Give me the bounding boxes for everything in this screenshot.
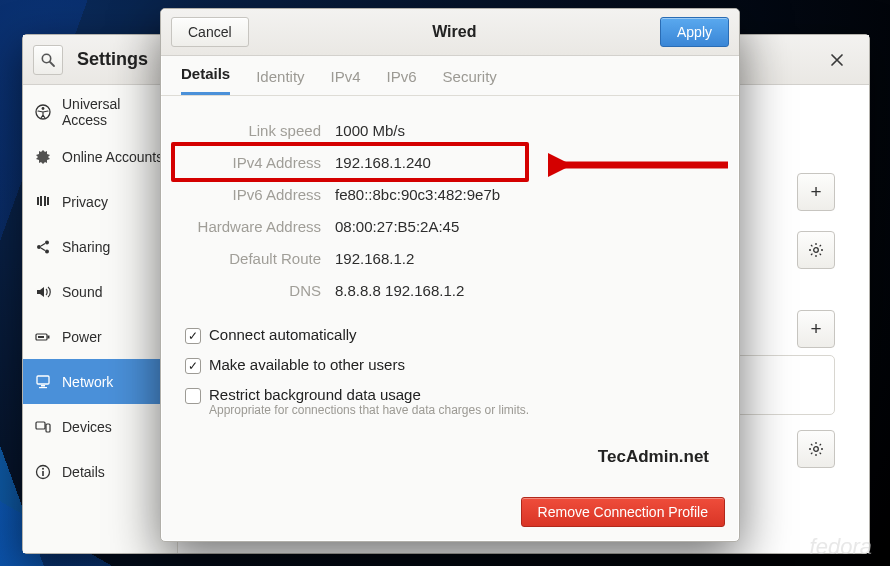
apply-button[interactable]: Apply (660, 17, 729, 47)
value-hardware-address: 08:00:27:B5:2A:45 (335, 218, 459, 235)
value-dns: 8.8.8.8 192.168.1.2 (335, 282, 464, 299)
label-dns: DNS (185, 282, 335, 299)
close-icon (829, 52, 845, 68)
row-hardware-address: Hardware Address 08:00:27:B5:2A:45 (185, 210, 715, 242)
svg-rect-14 (46, 424, 50, 432)
search-button[interactable] (33, 45, 63, 75)
wired-dialog: Cancel Wired Apply Details Identity IPv4… (160, 8, 740, 542)
sidebar-item-sound[interactable]: Sound (23, 269, 177, 314)
value-default-route: 192.168.1.2 (335, 250, 414, 267)
row-ipv4-address: IPv4 Address 192.168.1.240 (185, 146, 715, 178)
sidebar-item-label: Online Accounts (62, 149, 163, 165)
row-default-route: Default Route 192.168.1.2 (185, 242, 715, 274)
add-vpn-button[interactable]: + (797, 310, 835, 348)
dialog-header: Cancel Wired Apply (161, 9, 739, 56)
sidebar-item-online-accounts[interactable]: Online Accounts (23, 134, 177, 179)
svg-point-5 (37, 245, 41, 249)
plus-icon: + (810, 181, 821, 203)
checkbox-row-available-others[interactable]: Make available to other users (185, 350, 715, 380)
sidebar-item-details[interactable]: Details (23, 449, 177, 494)
tab-ipv6[interactable]: IPv6 (387, 68, 417, 95)
sidebar-item-label: Network (62, 374, 113, 390)
svg-rect-11 (41, 385, 45, 387)
value-link-speed: 1000 Mb/s (335, 122, 405, 139)
settings-title: Settings (77, 49, 148, 70)
sidebar-item-label: Universal Access (62, 96, 165, 128)
sidebar-item-network[interactable]: Network (23, 359, 177, 404)
dialog-tabs: Details Identity IPv4 IPv6 Security (161, 56, 739, 96)
sidebar-item-universal-access[interactable]: Universal Access (23, 89, 177, 134)
checkbox-available-others[interactable] (185, 358, 201, 374)
cancel-button[interactable]: Cancel (171, 17, 249, 47)
network-icon (35, 374, 51, 390)
sidebar-item-label: Sound (62, 284, 102, 300)
svg-point-3 (42, 107, 45, 110)
checkbox-hint: Appropriate for connections that have da… (209, 403, 529, 417)
tab-details[interactable]: Details (181, 65, 230, 95)
checkbox-label: Restrict background data usage (209, 386, 529, 403)
options-section: Connect automatically Make available to … (161, 312, 739, 423)
checkbox-row-connect-auto[interactable]: Connect automatically (185, 320, 715, 350)
checkbox-connect-auto[interactable] (185, 328, 201, 344)
sidebar-item-sharing[interactable]: Sharing (23, 224, 177, 269)
sidebar-item-label: Sharing (62, 239, 110, 255)
row-link-speed: Link speed 1000 Mb/s (185, 114, 715, 146)
svg-rect-12 (39, 387, 47, 388)
gear-icon (808, 242, 824, 258)
tab-identity[interactable]: Identity (256, 68, 304, 95)
row-ipv6-address: IPv6 Address fe80::8bc:90c3:482:9e7b (185, 178, 715, 210)
svg-rect-10 (37, 376, 49, 384)
close-button[interactable] (815, 36, 859, 84)
sidebar-item-label: Devices (62, 419, 112, 435)
svg-rect-13 (36, 422, 45, 429)
plus-icon: + (810, 318, 821, 340)
tab-security[interactable]: Security (443, 68, 497, 95)
privacy-icon (35, 194, 51, 210)
add-wired-button[interactable]: + (797, 173, 835, 211)
svg-point-17 (42, 467, 44, 469)
remove-connection-button[interactable]: Remove Connection Profile (521, 497, 725, 527)
universal-access-icon (35, 104, 51, 120)
sidebar-item-power[interactable]: Power (23, 314, 177, 359)
details-panel: Link speed 1000 Mb/s IPv4 Address 192.16… (161, 96, 739, 312)
wired-settings-button[interactable] (797, 231, 835, 269)
checkbox-restrict-bg[interactable] (185, 388, 201, 404)
label-default-route: Default Route (185, 250, 335, 267)
online-accounts-icon (35, 149, 51, 165)
value-ipv6-address: fe80::8bc:90c3:482:9e7b (335, 186, 500, 203)
proxy-settings-button[interactable] (797, 430, 835, 468)
search-icon (40, 52, 56, 68)
sidebar-item-devices[interactable]: Devices (23, 404, 177, 449)
devices-icon (35, 419, 51, 435)
svg-point-6 (45, 249, 49, 253)
distro-logo-text: fedora (810, 534, 872, 560)
watermark-tecadmin: TecAdmin.net (598, 447, 709, 467)
dialog-title: Wired (249, 23, 660, 41)
sharing-icon (35, 239, 51, 255)
sound-icon (35, 284, 51, 300)
sidebar-item-privacy[interactable]: Privacy (23, 179, 177, 224)
power-icon (35, 329, 51, 345)
tab-ipv4[interactable]: IPv4 (331, 68, 361, 95)
checkbox-row-restrict-bg[interactable]: Restrict background data usage Appropria… (185, 380, 715, 423)
label-link-speed: Link speed (185, 122, 335, 139)
sidebar-item-label: Details (62, 464, 105, 480)
label-ipv6-address: IPv6 Address (185, 186, 335, 203)
svg-rect-8 (48, 335, 50, 338)
settings-sidebar: Universal Access Online Accounts Privacy… (23, 85, 178, 553)
value-ipv4-address: 192.168.1.240 (335, 154, 431, 171)
label-hardware-address: Hardware Address (185, 218, 335, 235)
svg-rect-9 (38, 336, 44, 338)
sidebar-item-label: Power (62, 329, 102, 345)
dialog-footer: Remove Connection Profile (161, 483, 739, 541)
checkbox-label: Connect automatically (209, 326, 357, 343)
svg-point-4 (45, 240, 49, 244)
checkbox-label: Make available to other users (209, 356, 405, 373)
gear-icon (808, 441, 824, 457)
label-ipv4-address: IPv4 Address (185, 154, 335, 171)
svg-line-1 (50, 62, 54, 66)
row-dns: DNS 8.8.8.8 192.168.1.2 (185, 274, 715, 306)
sidebar-item-label: Privacy (62, 194, 108, 210)
svg-point-19 (814, 447, 819, 452)
details-icon (35, 464, 51, 480)
